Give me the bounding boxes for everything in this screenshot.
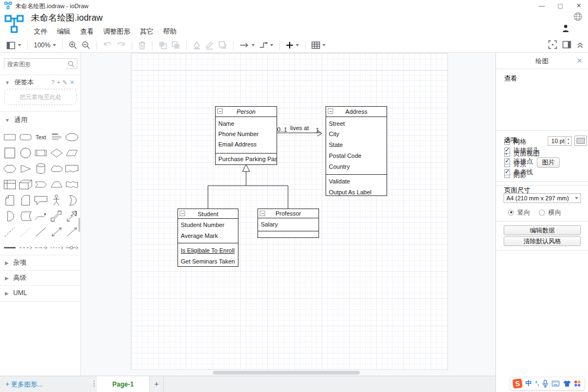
guides-checkbox[interactable] xyxy=(504,169,510,175)
fullscreen-button[interactable] xyxy=(548,40,557,49)
shape-parallelogram[interactable] xyxy=(64,145,79,161)
ime-mic-icon[interactable] xyxy=(542,379,548,388)
shape-rectangle[interactable] xyxy=(2,129,17,145)
ime-keyboard-icon[interactable] xyxy=(552,381,560,387)
shape-bidirectional-connector[interactable] xyxy=(49,224,64,240)
format-panel-button[interactable] xyxy=(562,41,571,48)
zoom-in-button[interactable] xyxy=(66,40,79,51)
view-panel-button[interactable] xyxy=(4,40,23,51)
shape-trapezoid[interactable] xyxy=(49,176,64,192)
shape-internal-storage[interactable] xyxy=(2,176,17,192)
menu-help[interactable]: 帮助 xyxy=(159,26,180,38)
user-account-icon[interactable] xyxy=(561,24,570,33)
background-image-button[interactable]: 图片 xyxy=(537,157,560,168)
connection-points-checkbox[interactable] xyxy=(504,158,510,164)
connection-arrows-checkbox[interactable] xyxy=(504,148,510,154)
language-globe-icon[interactable] xyxy=(573,12,583,21)
shape-step[interactable] xyxy=(33,176,48,192)
address-field[interactable]: Postal Code xyxy=(326,150,387,161)
shape-data-storage[interactable] xyxy=(18,208,33,224)
collapse-chip-icon[interactable] xyxy=(260,211,265,216)
shape-circle[interactable] xyxy=(18,145,33,161)
page-tab[interactable]: Page-1 xyxy=(97,376,150,392)
scratchpad-dropzone[interactable]: 把元素拖至此处 xyxy=(4,89,77,105)
menu-edit[interactable]: 编辑 xyxy=(53,26,74,38)
scratchpad-edit-icon[interactable]: ✎ xyxy=(63,79,70,85)
search-icon[interactable] xyxy=(68,60,75,68)
shape-text[interactable]: Text xyxy=(33,129,48,145)
shape-dashed-line[interactable] xyxy=(2,224,17,240)
drawing-canvas[interactable]: 0..1 lives at 1 Person Name Phone Number… xyxy=(82,53,495,376)
shape-diamond[interactable] xyxy=(49,145,64,161)
fill-color-button[interactable] xyxy=(191,40,203,51)
shape-entity-relation[interactable] xyxy=(64,240,79,255)
uml-section-header[interactable]: ▶ UML xyxy=(0,286,81,301)
edge-source-multiplicity[interactable]: 0..1 xyxy=(277,126,287,133)
scratchpad-add-icon[interactable]: + xyxy=(57,79,62,85)
close-button[interactable]: ✕ xyxy=(569,0,588,11)
grid-size-input[interactable] xyxy=(548,137,565,145)
uml-class-person[interactable]: Person Name Phone Number Email Address P… xyxy=(215,106,277,165)
menu-view[interactable]: 查看 xyxy=(76,26,97,38)
shape-square[interactable] xyxy=(2,145,17,161)
address-field[interactable]: State xyxy=(326,139,387,150)
shape-callout[interactable] xyxy=(33,192,48,208)
search-input[interactable] xyxy=(4,59,65,69)
shape-and[interactable] xyxy=(2,208,17,224)
sogou-logo-icon[interactable]: S xyxy=(512,378,523,389)
person-field[interactable]: Phone Number xyxy=(216,128,277,139)
collapse-toolbar-button[interactable] xyxy=(577,41,584,48)
shape-tape[interactable] xyxy=(64,176,79,192)
shape-rounded-rectangle[interactable] xyxy=(18,129,33,145)
student-method[interactable]: Get Seminars Taken xyxy=(178,256,238,267)
shape-dashed-arrow-2[interactable] xyxy=(33,240,48,255)
menu-arrange[interactable]: 调整图形 xyxy=(99,26,134,38)
more-shapes-button[interactable]: + 更多图形... xyxy=(5,380,42,389)
table-dropdown[interactable] xyxy=(309,40,328,50)
collapse-chip-icon[interactable] xyxy=(217,108,223,114)
professor-empty-row[interactable] xyxy=(258,231,318,237)
collapse-chip-icon[interactable] xyxy=(328,108,333,114)
shape-document[interactable] xyxy=(64,161,79,176)
clear-default-style-button[interactable]: 清除默认风格 xyxy=(504,236,581,246)
menu-file[interactable]: 文件 xyxy=(30,26,51,38)
shape-hexagon[interactable] xyxy=(2,161,17,176)
shape-link[interactable] xyxy=(2,240,17,255)
page-size-select[interactable]: A4 (210 mm x 297 mm) xyxy=(504,193,581,203)
redo-button[interactable] xyxy=(114,40,128,50)
panel-close-icon[interactable]: ✕ xyxy=(577,53,583,69)
shape-note[interactable] xyxy=(2,192,17,208)
shape-directional-connector[interactable] xyxy=(64,224,79,240)
general-section-header[interactable]: ▼ 通用 xyxy=(0,113,81,127)
shadow-button[interactable] xyxy=(216,40,229,51)
shape-textbox[interactable] xyxy=(49,129,64,145)
to-front-button[interactable] xyxy=(156,40,169,51)
address-field[interactable]: City xyxy=(326,128,387,139)
shape-cylinder[interactable] xyxy=(33,161,48,176)
scratchpad-help-icon[interactable]: ? xyxy=(51,79,57,85)
shape-or[interactable] xyxy=(64,192,79,208)
shape-arrow[interactable] xyxy=(64,208,79,224)
ime-punctuation-icon[interactable]: °, xyxy=(535,381,539,387)
ime-toolbox-icon[interactable] xyxy=(574,381,580,387)
shape-dashed-arrow-3[interactable] xyxy=(49,240,64,255)
shape-dotted-line[interactable] xyxy=(18,224,33,240)
ime-mode-chinese[interactable]: 中 xyxy=(525,379,532,388)
portrait-radio[interactable] xyxy=(508,210,514,216)
add-page-button[interactable]: + xyxy=(150,376,164,392)
scratchpad-close-icon[interactable]: ✕ xyxy=(70,79,77,85)
address-field[interactable]: Street xyxy=(326,117,387,128)
menu-extras[interactable]: 其它 xyxy=(136,26,157,38)
inheritance-edge[interactable] xyxy=(208,171,288,209)
address-field[interactable]: Country xyxy=(326,161,387,174)
edge-target-multiplicity[interactable]: 1 xyxy=(316,127,319,133)
student-field[interactable]: Student Number xyxy=(178,219,238,230)
undo-button[interactable] xyxy=(101,40,114,50)
shape-cloud[interactable] xyxy=(49,161,64,176)
uml-class-address[interactable]: Address Street City State Postal Code Co… xyxy=(326,106,387,196)
misc-section-header[interactable]: ▶ 杂项 xyxy=(0,255,81,270)
shape-card[interactable] xyxy=(18,192,33,208)
scratchpad-section-header[interactable]: ▼ 便签本 ?+✎✕ xyxy=(0,75,81,90)
shape-process[interactable] xyxy=(33,145,48,161)
spinner-down-icon[interactable]: ▼ xyxy=(566,141,571,145)
